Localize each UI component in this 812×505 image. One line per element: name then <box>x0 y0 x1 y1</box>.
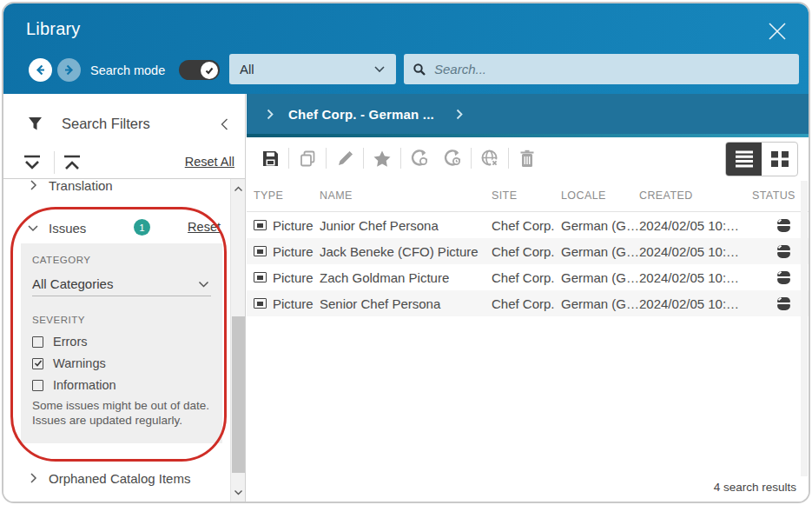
chevron-down-icon <box>373 65 386 73</box>
reset-all-link[interactable]: Reset All <box>185 155 234 169</box>
column-header-created[interactable]: CREATED <box>639 189 752 202</box>
checkbox-icon <box>32 380 43 391</box>
collapse-panel-icon[interactable] <box>220 117 229 131</box>
arrow-right-icon <box>62 63 76 77</box>
picture-type-icon <box>254 220 267 230</box>
category-select[interactable]: All Categories <box>32 272 211 296</box>
scrollbar-thumb[interactable] <box>232 316 245 473</box>
publish-button[interactable] <box>403 143 436 173</box>
site-cell: Chef Corp. <box>492 270 561 285</box>
site-cell: Chef Corp. <box>492 296 561 311</box>
search-filters-panel: Search Filters Reset All Translation <box>3 94 246 502</box>
issues-reset-link[interactable]: Reset <box>188 220 221 234</box>
column-header-site[interactable]: SITE <box>492 189 561 202</box>
list-view-icon <box>734 150 755 169</box>
toolbar-separator <box>471 148 472 169</box>
sidebar-scrollbar[interactable] <box>230 179 245 502</box>
forward-button[interactable] <box>57 58 81 82</box>
table-row[interactable]: Picture Senior Chef Persona Chef Corp. G… <box>247 290 809 316</box>
check-icon <box>204 65 215 76</box>
results-table-body: Picture Junior Chef Persona Chef Corp. G… <box>247 212 809 316</box>
view-mode-toggle <box>725 142 798 176</box>
locale-cell: German (G… <box>561 218 639 233</box>
back-button[interactable] <box>29 58 52 82</box>
type-cell: Picture <box>273 270 314 285</box>
section-label: Translation <box>49 178 113 193</box>
table-row[interactable]: Picture Jack Beneke (CFO) Picture Chef C… <box>247 238 809 264</box>
created-cell: 2024/02/05 10:… <box>639 270 752 285</box>
checkbox-information[interactable]: Information <box>32 375 116 395</box>
filter-section-orphaned-catalog-items[interactable]: Orphaned Catalog Items <box>3 466 229 490</box>
checkbox-label: Warnings <box>53 356 106 370</box>
chevron-down-icon <box>24 224 42 232</box>
breadcrumb-folder[interactable]: Chef Corp. - German ... <box>288 107 434 122</box>
checkbox-icon <box>32 336 43 348</box>
publication-status-icon <box>777 245 790 258</box>
toggle-knob <box>201 62 218 79</box>
column-header-name[interactable]: NAME <box>320 189 492 202</box>
type-cell: Picture <box>273 296 314 311</box>
section-label: Issues <box>49 221 86 236</box>
table-row[interactable]: Picture Junior Chef Persona Chef Corp. G… <box>247 212 809 238</box>
issues-filter-body: CATEGORY All Categories SEVERITY Errors <box>21 243 222 443</box>
results-area: Chef Corp. - German ... <box>247 94 809 502</box>
toolbar-separator <box>400 148 401 169</box>
checkbox-label: Information <box>53 378 116 392</box>
copy-button[interactable] <box>291 143 324 173</box>
issues-count-badge: 1 <box>134 219 150 236</box>
picture-type-icon <box>254 272 267 282</box>
grid-view-button[interactable] <box>762 143 797 176</box>
list-view-button[interactable] <box>726 143 762 176</box>
results-toolbar <box>247 137 809 179</box>
withdraw-button[interactable] <box>473 143 506 173</box>
filters-toolbar: Reset All <box>3 150 245 178</box>
column-header-locale[interactable]: LOCALE <box>561 189 639 202</box>
chevron-right-icon <box>24 472 42 484</box>
header-toolbar: Search mode All <box>3 54 809 85</box>
section-label: Orphaned Catalog Items <box>49 471 190 486</box>
checkbox-label: Errors <box>53 335 87 349</box>
publish-scheduled-button[interactable] <box>436 143 469 173</box>
locale-cell: German (G… <box>561 244 639 259</box>
toolbar-divider <box>54 151 55 174</box>
breadcrumb-chevron-icon[interactable] <box>453 109 465 120</box>
edit-button[interactable] <box>328 143 361 173</box>
column-header-type[interactable]: TYPE <box>247 189 320 202</box>
save-button[interactable] <box>254 143 287 173</box>
chevron-right-icon <box>24 179 42 191</box>
collapse-all-icon[interactable] <box>59 151 85 176</box>
filters-title: Search Filters <box>62 116 150 132</box>
created-cell: 2024/02/05 10:… <box>639 244 752 259</box>
checkbox-errors[interactable]: Errors <box>32 332 87 351</box>
breadcrumb-chevron-icon[interactable] <box>264 109 276 120</box>
checkbox-warnings[interactable]: Warnings <box>32 354 106 373</box>
screenshot-canvas: Library Search mode <box>0 0 812 505</box>
doctype-filter-select[interactable]: All <box>229 54 396 84</box>
filters-header: Search Filters <box>3 113 245 139</box>
results-scrollbar-track[interactable] <box>801 181 808 476</box>
table-row[interactable]: Picture Zach Goldman Picture Chef Corp. … <box>247 264 809 290</box>
close-icon <box>766 20 789 43</box>
scroll-down-icon[interactable] <box>231 485 245 499</box>
search-field[interactable] <box>404 54 799 84</box>
search-icon <box>413 63 426 76</box>
toolbar-separator <box>288 148 289 169</box>
results-count: 4 search results <box>714 481 796 494</box>
search-mode-toggle[interactable] <box>179 60 220 80</box>
publication-status-icon <box>777 219 790 232</box>
category-label: CATEGORY <box>32 255 90 265</box>
favorite-button[interactable] <box>366 143 399 173</box>
scroll-up-icon[interactable] <box>231 182 245 196</box>
expand-all-icon[interactable] <box>19 151 45 176</box>
filter-section-translation[interactable]: Translation <box>3 178 229 197</box>
search-input[interactable] <box>434 62 790 76</box>
toolbar-separator <box>363 148 364 169</box>
filters-scroll-area: Translation Issues 1 Reset CATEGORY All … <box>3 178 245 502</box>
search-mode-label: Search mode <box>90 63 165 77</box>
locale-cell: German (G… <box>561 296 639 311</box>
delete-button[interactable] <box>511 143 544 173</box>
breadcrumb-bar: Chef Corp. - German ... <box>247 94 809 134</box>
picture-type-icon <box>254 246 267 256</box>
close-button[interactable] <box>760 14 795 49</box>
window-title: Library <box>26 19 81 39</box>
